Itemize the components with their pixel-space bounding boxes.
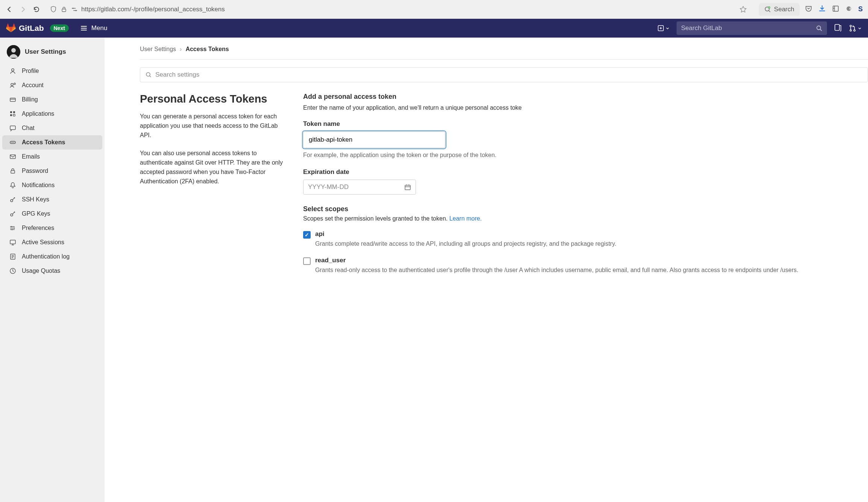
bookmark-star-icon[interactable] xyxy=(739,6,747,13)
svg-point-18 xyxy=(14,83,15,85)
profile-icon xyxy=(9,67,17,75)
svg-point-15 xyxy=(11,48,16,53)
browser-search-label: Search xyxy=(774,6,794,13)
sidebar-item-authentication-log[interactable]: Authentication log xyxy=(2,249,102,264)
sessions-icon xyxy=(9,239,17,246)
sidebar-item-label: Billing xyxy=(22,96,38,103)
quota-icon xyxy=(9,267,17,275)
apps-icon xyxy=(9,110,17,118)
account-icon xyxy=(9,82,17,89)
user-avatar[interactable] xyxy=(7,45,20,59)
gitlab-search-input[interactable] xyxy=(681,24,816,32)
sidebar-item-notifications[interactable]: Notifications xyxy=(2,178,102,192)
sidebar-item-label: Access Tokens xyxy=(22,139,65,146)
search-settings[interactable] xyxy=(140,67,868,82)
sidebar-item-chat[interactable]: Chat xyxy=(2,121,102,135)
gitlab-search[interactable] xyxy=(677,21,827,35)
sidebar: User Settings ProfileAccountBillingAppli… xyxy=(0,38,105,502)
merge-request-dropdown[interactable] xyxy=(849,24,862,32)
svg-rect-5 xyxy=(833,6,838,11)
svg-rect-30 xyxy=(11,171,15,173)
svg-rect-36 xyxy=(10,240,15,244)
sidebar-item-active-sessions[interactable]: Active Sessions xyxy=(2,235,102,249)
lock-icon xyxy=(60,6,68,13)
svg-rect-40 xyxy=(405,185,410,190)
svg-rect-19 xyxy=(10,98,15,101)
token-name-input[interactable] xyxy=(303,132,445,148)
forward-button[interactable] xyxy=(19,5,27,14)
scope-checkbox-api[interactable] xyxy=(303,231,311,239)
search-icon xyxy=(146,72,152,78)
expiration-date-field[interactable] xyxy=(303,180,416,195)
svg-point-13 xyxy=(854,30,855,31)
gitlab-topnav: GitLab Next Menu xyxy=(0,19,868,38)
sidebar-item-profile[interactable]: Profile xyxy=(2,64,102,78)
sidebar-item-billing[interactable]: Billing xyxy=(2,92,102,107)
extension-icon[interactable] xyxy=(845,5,852,14)
sidebar-item-label: Notifications xyxy=(22,182,55,189)
token-name-label: Token name xyxy=(303,120,868,128)
download-icon[interactable] xyxy=(818,5,826,14)
section-paragraph-2: You can also use personal access tokens … xyxy=(140,149,287,186)
browser-search-chip[interactable]: Search xyxy=(759,3,800,16)
sidebar-item-account[interactable]: Account xyxy=(2,78,102,92)
url-bar[interactable] xyxy=(46,3,754,16)
prefs-icon xyxy=(9,224,17,232)
sidebar-item-emails[interactable]: Emails xyxy=(2,150,102,164)
sidebar-item-label: Profile xyxy=(22,68,39,74)
email-icon xyxy=(9,153,17,160)
menu-button[interactable]: Menu xyxy=(80,24,108,32)
breadcrumb: User Settings › Access Tokens xyxy=(140,46,868,53)
svg-point-7 xyxy=(849,8,851,10)
breadcrumb-parent[interactable]: User Settings xyxy=(140,46,176,53)
svg-rect-29 xyxy=(10,155,15,159)
gitlab-brand-text: GitLab xyxy=(19,24,44,33)
chevron-down-icon xyxy=(665,26,670,30)
back-button[interactable] xyxy=(5,5,14,14)
next-badge: Next xyxy=(50,24,69,32)
issues-icon[interactable] xyxy=(834,23,842,33)
scopes-title: Select scopes xyxy=(303,205,868,213)
scope-checkbox-read_user[interactable] xyxy=(303,257,311,265)
library-icon[interactable] xyxy=(832,5,839,14)
main-content: User Settings › Access Tokens Personal A… xyxy=(105,38,868,502)
sidebar-title: User Settings xyxy=(25,48,66,56)
scope-item-api: apiGrants complete read/write access to … xyxy=(303,230,868,248)
expiration-date-input[interactable] xyxy=(308,183,404,191)
sidebar-item-gpg-keys[interactable]: GPG Keys xyxy=(2,207,102,221)
sidebar-item-label: Emails xyxy=(22,153,40,160)
search-icon xyxy=(816,25,822,32)
scopes-description: Scopes set the permission levels granted… xyxy=(303,215,868,222)
sidebar-item-label: Usage Quotas xyxy=(22,268,60,274)
log-icon xyxy=(9,253,17,260)
scope-item-read_user: read_userGrants read-only access to the … xyxy=(303,257,868,275)
sidebar-item-preferences[interactable]: Preferences xyxy=(2,221,102,235)
sidebar-item-access-tokens[interactable]: Access Tokens xyxy=(2,135,102,150)
search-settings-input[interactable] xyxy=(155,71,862,79)
url-input[interactable] xyxy=(81,6,739,13)
calendar-icon xyxy=(404,184,411,191)
chevron-down-icon xyxy=(857,26,862,30)
section-heading: Personal Access Tokens xyxy=(140,93,287,105)
gitlab-logo[interactable]: GitLab xyxy=(6,23,44,33)
search-plus-icon xyxy=(764,6,771,13)
key-icon xyxy=(9,196,17,203)
svg-point-26 xyxy=(11,142,12,143)
sidebar-item-password[interactable]: Password xyxy=(2,164,102,178)
billing-icon xyxy=(9,96,17,103)
sidebar-item-applications[interactable]: Applications xyxy=(2,107,102,121)
sidebar-item-label: Password xyxy=(22,168,48,174)
reload-button[interactable] xyxy=(32,5,41,14)
create-new-dropdown[interactable] xyxy=(657,25,670,32)
chat-icon xyxy=(9,124,17,132)
pocket-icon[interactable] xyxy=(805,5,812,14)
scopes-learn-more-link[interactable]: Learn more. xyxy=(449,215,482,222)
form-subtitle: Enter the name of your application, and … xyxy=(303,104,868,111)
svg-rect-22 xyxy=(10,114,12,116)
scope-name: read_user xyxy=(315,257,798,264)
profile-badge[interactable]: S xyxy=(858,5,863,13)
sidebar-item-usage-quotas[interactable]: Usage Quotas xyxy=(2,264,102,278)
form-title: Add a personal access token xyxy=(303,93,868,101)
sidebar-item-ssh-keys[interactable]: SSH Keys xyxy=(2,192,102,207)
sidebar-header: User Settings xyxy=(0,43,105,64)
